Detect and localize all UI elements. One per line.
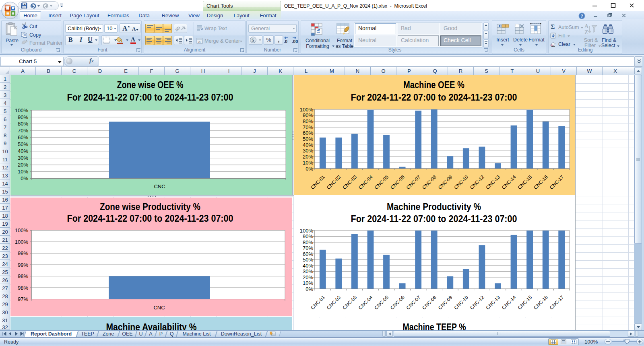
svg-text:Zone wise Productivity %: Zone wise Productivity % [100,202,200,212]
svg-text:.0: .0 [284,39,287,44]
svg-text:40%: 40% [303,263,313,269]
svg-text:For 2024-11-22 07:00 to 2024-1: For 2024-11-22 07:00 to 2024-11-23 07:00 [67,213,233,224]
svg-text:For 2024-11-22 07:00 to 2024-1: For 2024-11-22 07:00 to 2024-11-23 07:00 [351,214,517,224]
svg-text:CNC: CNC [154,183,165,189]
svg-text:70%: 70% [303,245,313,251]
svg-text:90%: 90% [303,112,313,118]
svg-text:100%: 100% [15,227,29,233]
svg-text:0%: 0% [305,166,313,172]
svg-text:50%: 50% [303,257,313,263]
svg-text:$: $ [252,37,254,43]
svg-text:Z: Z [584,29,588,35]
svg-text:80%: 80% [18,121,28,127]
svg-text:Machine Availability %: Machine Availability % [106,322,197,330]
svg-text:99%: 99% [18,262,28,268]
svg-text:A: A [132,26,136,32]
svg-text:20%: 20% [303,274,313,280]
svg-text:Zone wise OEE %: Zone wise OEE % [117,80,184,90]
svg-text:A: A [122,25,128,32]
svg-text:30%: 30% [18,155,28,161]
svg-text:a: a [198,40,200,44]
svg-text:98%: 98% [18,285,28,291]
svg-text:A: A [131,36,135,43]
svg-text:Machine TEEP %: Machine TEEP % [403,322,466,331]
svg-text:10%: 10% [303,280,313,286]
svg-text:50%: 50% [303,136,313,142]
svg-text:80%: 80% [303,239,313,245]
svg-text:A: A [584,23,589,29]
svg-text:60%: 60% [303,130,313,136]
svg-text:100%: 100% [300,228,314,234]
svg-text:10%: 10% [303,160,313,166]
svg-text:90%: 90% [303,233,313,239]
svg-text:0%: 0% [21,175,28,181]
svg-text:98%: 98% [18,273,28,279]
svg-text:60%: 60% [18,134,28,140]
svg-text:100%: 100% [15,239,29,245]
svg-text:70%: 70% [18,128,28,134]
svg-text:90%: 90% [18,114,28,120]
svg-text:20%: 20% [303,154,313,160]
svg-text:10%: 10% [18,169,28,175]
svg-text:100%: 100% [15,107,29,113]
svg-text:ab: ab [174,25,182,33]
svg-text:20%: 20% [18,162,28,168]
svg-text:70%: 70% [303,124,313,130]
svg-text:30%: 30% [303,148,313,154]
svg-text:Machine OEE %: Machine OEE % [403,80,464,90]
svg-text:For 2024-11-22 07:00 to 2024-1: For 2024-11-22 07:00 to 2024-11-23 07:00 [351,92,517,103]
svg-text:40%: 40% [303,142,313,148]
svg-text:99%: 99% [18,250,28,256]
svg-text:CNC: CNC [153,305,165,311]
svg-text:0%: 0% [305,286,313,292]
svg-text:40%: 40% [18,148,28,154]
svg-text:.00: .00 [292,39,298,44]
svg-text:Machine Productivity %: Machine Productivity % [387,202,481,212]
svg-text:80%: 80% [303,118,313,124]
svg-text:100%: 100% [300,107,314,113]
svg-text:50%: 50% [18,141,28,147]
svg-text:For 2024-11-22 07:00 to 2024-1: For 2024-11-22 07:00 to 2024-11-23 07:00 [67,92,233,103]
svg-text:30%: 30% [303,268,313,274]
svg-text:97%: 97% [18,296,28,302]
svg-text:?: ? [580,14,583,19]
svg-text:60%: 60% [303,251,313,257]
